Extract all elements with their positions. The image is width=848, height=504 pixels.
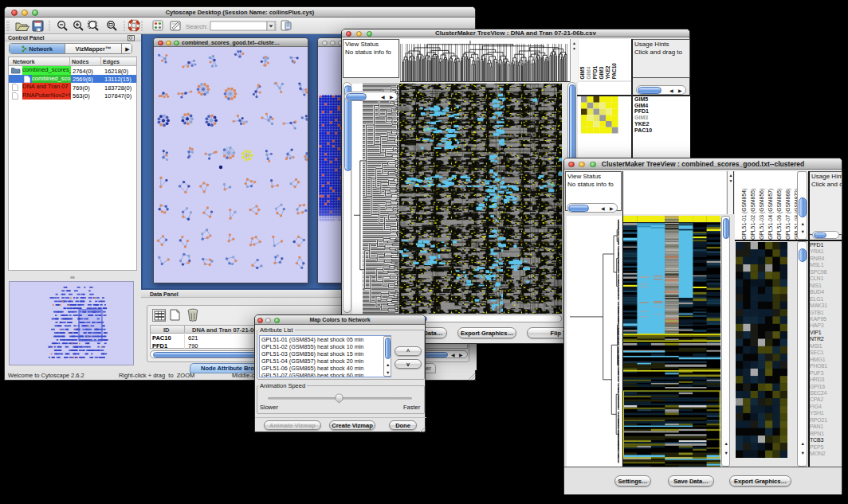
svg-text:Search:: Search:: [186, 23, 208, 30]
